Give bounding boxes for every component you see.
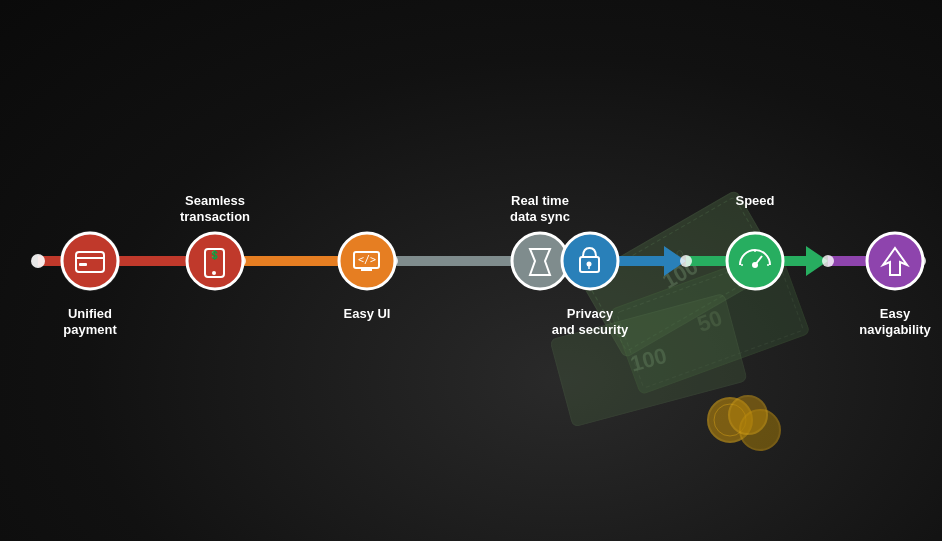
background-overlay — [0, 0, 942, 541]
